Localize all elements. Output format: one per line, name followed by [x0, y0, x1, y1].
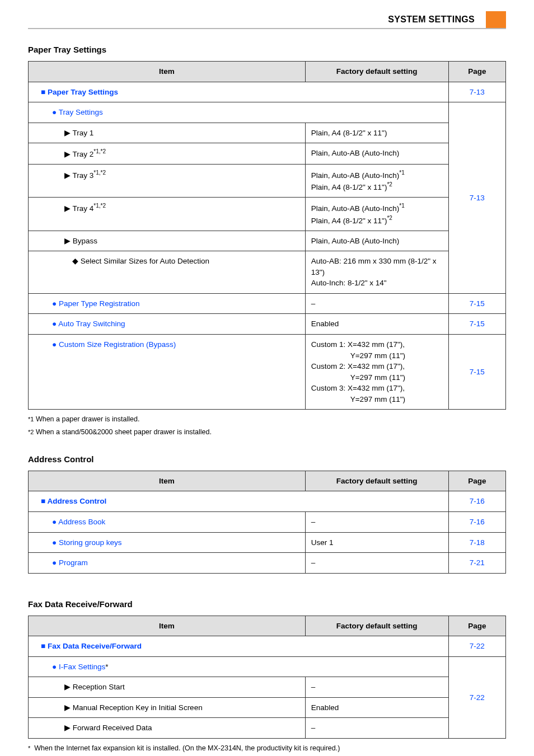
label-forward-received: ▶ Forward Received Data — [34, 722, 152, 734]
table-row: ▶ Tray 4*1,*2 Plain, Auto-AB (Auto-Inch)… — [29, 198, 506, 231]
default-value: – — [305, 677, 448, 698]
default-value: Plain, Auto-AB (Auto-Inch) — [305, 143, 448, 165]
default-value: Enabled — [305, 314, 448, 335]
table-row: ▶ Manual Reception Key in Initial Screen… — [29, 697, 506, 718]
default-value: Custom 1: X=432 mm (17"), Y=297 mm (11")… — [305, 334, 448, 409]
page-link[interactable]: 7-22 — [470, 693, 485, 702]
label-bypass: ▶ Bypass — [34, 236, 97, 247]
default-value: – — [305, 718, 448, 739]
link-tray-settings[interactable]: ● Tray Settings — [34, 107, 103, 118]
default-value: Plain, Auto-AB (Auto-Inch) — [305, 231, 448, 251]
table-row: ▶ Bypass Plain, Auto-AB (Auto-Inch) — [29, 231, 506, 251]
col-page: Page — [448, 471, 505, 491]
header-title: SYSTEM SETTINGS — [388, 15, 479, 25]
link-paper-type-registration[interactable]: ● Paper Type Registration — [34, 298, 140, 309]
page-link[interactable]: 7-15 — [470, 320, 485, 328]
default-value: – — [305, 293, 448, 314]
page-link[interactable]: 7-21 — [470, 558, 485, 567]
footnote-1: *1 When a paper drawer is installed. — [28, 414, 506, 425]
table-row: ■ Paper Tray Settings 7-13 — [29, 82, 506, 102]
col-item: Item — [29, 471, 306, 491]
col-item: Item — [29, 62, 306, 82]
table-header-row: Item Factory default setting Page — [29, 616, 506, 636]
label-tray-2: ▶ Tray 2*1,*2 — [34, 148, 106, 159]
label-reception-start: ▶ Reception Start — [34, 682, 125, 693]
label-tray-1: ▶ Tray 1 — [34, 128, 93, 139]
page-link[interactable]: 7-13 — [470, 88, 485, 96]
link-fax-data[interactable]: ■ Fax Data Receive/Forward — [34, 641, 142, 652]
table-row: ▶ Tray 1 Plain, A4 (8-1/2" x 11") — [29, 123, 506, 143]
footnote-2: *2 When a stand/500&2000 sheet paper dra… — [28, 427, 506, 438]
link-address-book[interactable]: ● Address Book — [34, 516, 105, 528]
page-link[interactable]: 7-13 — [470, 194, 485, 202]
table-row: ● Paper Type Registration – 7-15 — [29, 293, 506, 314]
table-row: ▶ Tray 3*1,*2 Plain, Auto-AB (Auto-Inch)… — [29, 165, 506, 198]
section-color-tab — [486, 11, 506, 28]
table-row: ◆ Select Similar Sizes for Auto Detectio… — [29, 251, 506, 294]
table-row: ● Auto Tray Switching Enabled 7-15 — [29, 314, 506, 335]
table-row: ■ Address Control 7-16 — [29, 491, 506, 512]
col-default: Factory default setting — [305, 471, 448, 491]
default-value: User 1 — [305, 532, 448, 553]
table-header-row: Item Factory default setting Page — [29, 471, 506, 491]
default-value: Plain, Auto-AB (Auto-Inch)*1 Plain, A4 (… — [305, 165, 448, 198]
label-tray-3: ▶ Tray 3*1,*2 — [34, 169, 106, 181]
default-value: – — [305, 511, 448, 532]
footnote-fax: * When the Internet fax expansion kit is… — [28, 743, 506, 754]
table-row: ● Program – 7-21 — [29, 553, 506, 574]
page-link[interactable]: 7-22 — [470, 642, 485, 650]
table-row: ▶ Forward Received Data – — [29, 718, 506, 739]
default-value: – — [305, 553, 448, 574]
label-select-similar-sizes: ◆ Select Similar Sizes for Auto Detectio… — [34, 256, 209, 267]
link-custom-size-registration[interactable]: ● Custom Size Registration (Bypass) — [34, 339, 176, 350]
label-tray-4: ▶ Tray 4*1,*2 — [34, 202, 106, 214]
page-link[interactable]: 7-18 — [470, 538, 485, 547]
table-row: ● Tray Settings 7-13 — [29, 102, 506, 123]
col-default: Factory default setting — [305, 616, 448, 636]
fax-table: Item Factory default setting Page ■ Fax … — [28, 616, 506, 739]
table-row: ■ Fax Data Receive/Forward 7-22 — [29, 636, 506, 657]
table-header-row: Item Factory default setting Page — [29, 62, 506, 82]
page-link[interactable]: 7-16 — [470, 497, 485, 505]
link-program[interactable]: ● Program — [34, 557, 88, 569]
link-paper-tray-settings[interactable]: ■ Paper Tray Settings — [34, 87, 118, 98]
section-title-fax: Fax Data Receive/Forward — [28, 599, 506, 609]
page-link[interactable]: 7-16 — [470, 518, 485, 526]
default-value: Plain, A4 (8-1/2" x 11") — [305, 123, 448, 143]
col-page: Page — [448, 616, 505, 636]
page-link[interactable]: 7-15 — [470, 299, 485, 308]
paper-tray-table: Item Factory default setting Page ■ Pape… — [28, 61, 506, 410]
section-title-paper-tray: Paper Tray Settings — [28, 45, 506, 54]
default-value: Plain, Auto-AB (Auto-Inch)*1 Plain, A4 (… — [305, 198, 448, 231]
section-title-address-control: Address Control — [28, 454, 506, 464]
default-value: Enabled — [305, 697, 448, 718]
table-row: ● I-Fax Settings* 7-22 — [29, 656, 506, 677]
label-manual-reception: ▶ Manual Reception Key in Initial Screen — [34, 702, 203, 713]
col-default: Factory default setting — [305, 62, 448, 82]
table-row: ▶ Reception Start – — [29, 677, 506, 698]
link-auto-tray-switching[interactable]: ● Auto Tray Switching — [34, 318, 125, 330]
col-item: Item — [29, 616, 306, 636]
link-storing-group-keys[interactable]: ● Storing group keys — [34, 537, 121, 548]
link-ifax-settings[interactable]: ● I-Fax Settings* — [34, 661, 108, 673]
table-row: ▶ Tray 2*1,*2 Plain, Auto-AB (Auto-Inch) — [29, 143, 506, 165]
table-row: ● Storing group keys User 1 7-18 — [29, 532, 506, 553]
page-link[interactable]: 7-15 — [470, 368, 485, 376]
table-row: ● Custom Size Registration (Bypass) Cust… — [29, 334, 506, 409]
link-address-control[interactable]: ■ Address Control — [34, 496, 106, 507]
col-page: Page — [448, 62, 505, 82]
default-value: Auto-AB: 216 mm x 330 mm (8-1/2" x 13") … — [305, 251, 448, 294]
page-header: SYSTEM SETTINGS — [28, 11, 506, 29]
table-row: ● Address Book – 7-16 — [29, 511, 506, 532]
address-control-table: Item Factory default setting Page ■ Addr… — [28, 471, 506, 574]
